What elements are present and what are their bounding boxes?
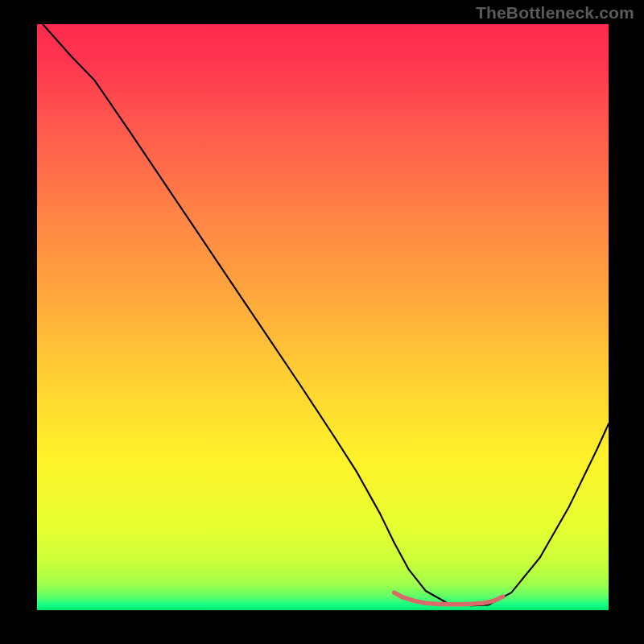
- chart-frame: TheBottleneck.com: [0, 0, 644, 644]
- heatmap-gradient: [37, 24, 609, 610]
- plot-area: [37, 24, 609, 610]
- watermark-text: TheBottleneck.com: [476, 3, 634, 23]
- chart-svg: [37, 24, 609, 610]
